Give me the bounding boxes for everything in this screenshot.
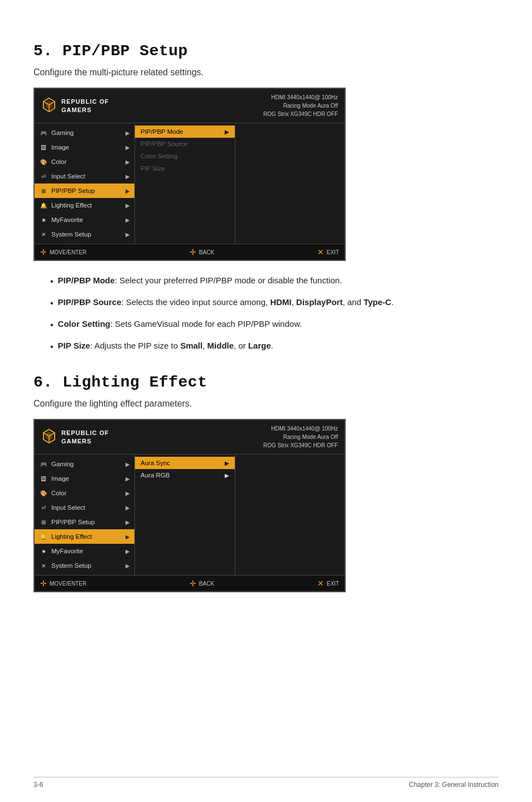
section5-subtitle: Configure the multi-picture related sett… (33, 67, 499, 78)
osd1-menu: 🎮 Gaming ▶ 🖼 Image ▶ 🎨 Color ▶ ⏎ Input S… (35, 123, 135, 244)
osd2-logo: REPUBLIC OF GAMERS (41, 428, 109, 446)
exit-icon-2: ✕ (317, 579, 324, 588)
lighting-icon-2: 🔔 (39, 532, 48, 541)
osd2-sub-aurasync[interactable]: Aura Sync ▶ (135, 457, 235, 469)
rog-icon-2 (41, 428, 57, 446)
osd1-footer-move: ✛ MOVE/ENTER (40, 248, 86, 257)
section6-subtitle: Configure the lighting effect parameters… (33, 399, 499, 409)
section6-title: 6. Lighting Effect (33, 374, 499, 391)
osd1-body: 🎮 Gaming ▶ 🖼 Image ▶ 🎨 Color ▶ ⏎ Input S… (35, 123, 345, 244)
osd2-menu-input[interactable]: ⏎ Input Select ▶ (35, 500, 134, 515)
osd1-sub-pipmode[interactable]: PIP/PBP Mode ▶ (135, 125, 235, 138)
osd2-footer-back: ✛ BACK (190, 579, 214, 588)
osd2-content (235, 455, 345, 575)
bullet5-1: PIP/PBP Mode: Select your preferred PIP/… (50, 274, 499, 288)
osd2-body: 🎮 Gaming ▶ 🖼 Image ▶ 🎨 Color ▶ ⏎ Input S… (35, 455, 345, 575)
osd1-submenu: PIP/PBP Mode ▶ PIP/PBP Source Color Sett… (135, 123, 235, 244)
osd1-content (235, 123, 345, 244)
input-icon-2: ⏎ (39, 503, 48, 512)
lighting-icon: 🔔 (39, 201, 48, 210)
gaming-icon: 🎮 (39, 128, 48, 137)
pip-icon: ⊞ (39, 186, 48, 195)
gaming-icon-2: 🎮 (39, 460, 48, 468)
osd2-menu-gaming[interactable]: 🎮 Gaming ▶ (35, 457, 134, 471)
osd1-menu-image[interactable]: 🖼 Image ▶ (35, 140, 134, 154)
bullet5-3: Color Setting: Sets GameVisual mode for … (50, 318, 499, 332)
osd1-sub-pipsource[interactable]: PIP/PBP Source (135, 138, 235, 150)
input-icon: ⏎ (39, 172, 48, 181)
osd1-menu-input[interactable]: ⏎ Input Select ▶ (35, 169, 134, 183)
osd1-menu-gaming[interactable]: 🎮 Gaming ▶ (35, 125, 134, 140)
osd2-logo-text: REPUBLIC OF GAMERS (61, 429, 109, 445)
image-icon-2: 🖼 (39, 474, 48, 483)
exit-icon: ✕ (317, 248, 324, 257)
bullet5-2: PIP/PBP Source: Selects the video input … (50, 296, 499, 310)
osd2-menu-lighting[interactable]: 🔔 Lighting Effect ▶ (35, 529, 134, 544)
pip-icon-2: ⊞ (39, 518, 48, 526)
osd2-menu-favorite[interactable]: ★ MyFavorite ▶ (35, 544, 134, 558)
osd2-status: HDMI 3440x1440@ 100Hz Racing Mode Aura O… (263, 424, 338, 450)
osd1-logo: REPUBLIC OF GAMERS (41, 97, 109, 114)
osd1-sub-colorsetting[interactable]: Color Setting (135, 150, 235, 162)
osd2-menu-system[interactable]: ✕ System Setup ▶ (35, 558, 134, 573)
color-icon-2: 🎨 (39, 489, 48, 497)
osd1-footer: ✛ MOVE/ENTER ✛ BACK ✕ EXIT (35, 244, 345, 260)
favorite-icon-2: ★ (39, 547, 48, 555)
osd1-menu-favorite[interactable]: ★ MyFavorite ▶ (35, 212, 134, 227)
rog-icon (41, 97, 57, 114)
osd1-menu-lighting[interactable]: 🔔 Lighting Effect ▶ (35, 198, 134, 212)
osd2-sub-aurargb[interactable]: Aura RGB ▶ (135, 469, 235, 481)
system-icon: ✕ (39, 230, 48, 239)
osd1-logo-text: REPUBLIC OF GAMERS (61, 98, 109, 114)
osd2-menu-image[interactable]: 🖼 Image ▶ (35, 471, 134, 486)
osd1-box: REPUBLIC OF GAMERS HDMI 3440x1440@ 100Hz… (33, 88, 346, 261)
osd2-box: REPUBLIC OF GAMERS HDMI 3440x1440@ 100Hz… (33, 419, 346, 592)
color-icon: 🎨 (39, 157, 48, 166)
move-icon: ✛ (40, 248, 47, 257)
osd2-footer-move: ✛ MOVE/ENTER (40, 579, 86, 588)
osd1-menu-pip[interactable]: ⊞ PIP/PBP Setup ▶ (35, 183, 134, 198)
bullet5-4: PIP Size: Adjusts the PIP size to Small,… (50, 340, 499, 354)
osd2-footer: ✛ MOVE/ENTER ✛ BACK ✕ EXIT (35, 575, 345, 591)
osd1-sub-pipsize[interactable]: PIP Size (135, 162, 235, 175)
osd1-status: HDMI 3440x1440@ 100Hz Racing Mode Aura O… (263, 93, 338, 118)
chapter-label: Chapter 3: General Instruction (409, 781, 499, 789)
osd1-header: REPUBLIC OF GAMERS HDMI 3440x1440@ 100Hz… (35, 89, 345, 123)
move-icon-2: ✛ (40, 579, 47, 588)
osd2-menu-pip[interactable]: ⊞ PIP/PBP Setup ▶ (35, 515, 134, 529)
section5-title: 5. PIP/PBP Setup (33, 42, 499, 60)
page-footer: 3-6 Chapter 3: General Instruction (33, 777, 499, 789)
section5-bullets: PIP/PBP Mode: Select your preferred PIP/… (50, 274, 499, 354)
osd1-footer-back: ✛ BACK (190, 248, 214, 257)
favorite-icon: ★ (39, 215, 48, 224)
osd1-menu-system[interactable]: ✕ System Setup ▶ (35, 227, 134, 241)
osd1-menu-color[interactable]: 🎨 Color ▶ (35, 154, 134, 169)
osd2-menu: 🎮 Gaming ▶ 🖼 Image ▶ 🎨 Color ▶ ⏎ Input S… (35, 455, 135, 575)
osd2-footer-exit: ✕ EXIT (317, 579, 339, 588)
osd2-menu-color[interactable]: 🎨 Color ▶ (35, 486, 134, 500)
image-icon: 🖼 (39, 143, 48, 152)
system-icon-2: ✕ (39, 561, 48, 570)
back-icon: ✛ (190, 248, 196, 257)
back-icon-2: ✛ (190, 579, 196, 588)
osd1-footer-exit: ✕ EXIT (317, 248, 339, 257)
osd2-submenu: Aura Sync ▶ Aura RGB ▶ (135, 455, 235, 575)
page-number: 3-6 (33, 781, 43, 789)
osd2-header: REPUBLIC OF GAMERS HDMI 3440x1440@ 100Hz… (35, 420, 345, 455)
